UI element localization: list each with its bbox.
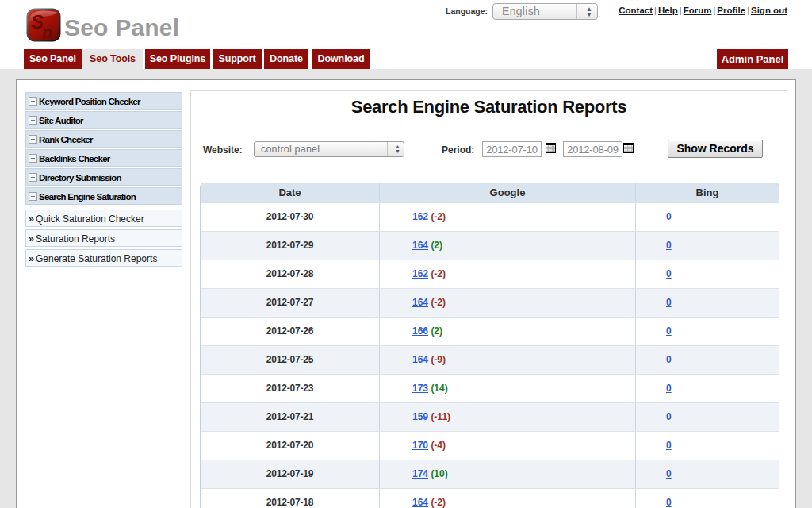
svg-text:p: p bbox=[41, 23, 52, 41]
